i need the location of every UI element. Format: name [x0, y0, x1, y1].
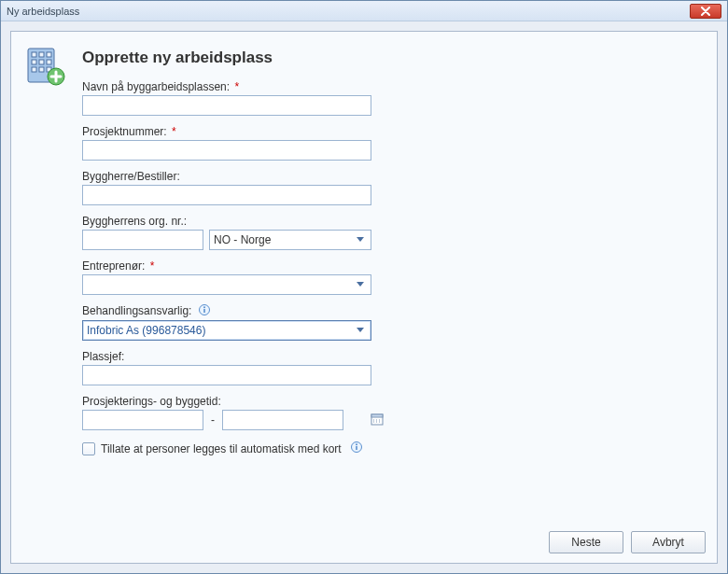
allow-auto-card-checkbox[interactable]: [82, 442, 95, 455]
label-client: Byggherre/Bestiller:: [82, 170, 399, 183]
period-from-date[interactable]: [82, 410, 203, 430]
chevron-down-icon: [354, 282, 367, 287]
chevron-down-icon: [354, 237, 367, 243]
allow-auto-card-label: Tillate at personer legges til automatis…: [101, 442, 342, 455]
next-button[interactable]: Neste: [549, 531, 623, 553]
chevron-down-icon: [354, 328, 367, 333]
site-manager-input[interactable]: [82, 365, 371, 385]
client-input[interactable]: [82, 185, 371, 205]
svg-point-12: [203, 307, 205, 309]
content-area: Opprette ny arbeidsplass Navn på byggarb…: [1, 21, 727, 573]
dialog-window: Ny arbeidsplass: [0, 0, 728, 574]
info-icon[interactable]: [351, 441, 362, 455]
label-data-controller: Behandlingsansvarlig:: [82, 304, 399, 318]
site-name-input[interactable]: [82, 95, 371, 116]
page-title: Opprette ny arbeidsplass: [82, 49, 399, 67]
required-marker: *: [150, 259, 155, 273]
period-to-date[interactable]: [222, 410, 343, 430]
svg-rect-4: [32, 60, 36, 64]
contractor-select[interactable]: [82, 274, 371, 295]
data-controller-select[interactable]: Infobric As (996878546): [82, 320, 371, 341]
label-site-name: Navn på byggarbeidsplassen: *: [82, 80, 399, 93]
label-project-number: Prosjektnummer: *: [82, 125, 399, 138]
label-period: Prosjekterings- og byggetid:: [82, 395, 399, 408]
required-marker: *: [172, 125, 176, 138]
client-country-value: NO - Norge: [214, 233, 271, 246]
period-separator: -: [209, 413, 217, 427]
svg-rect-2: [39, 52, 44, 57]
svg-point-20: [356, 444, 357, 446]
svg-rect-3: [47, 52, 51, 57]
label-site-manager: Plassjef:: [82, 350, 399, 363]
calendar-icon: [371, 413, 384, 428]
titlebar: Ny arbeidsplass: [1, 1, 727, 21]
label-contractor: Entreprenør: *: [82, 259, 399, 273]
svg-rect-13: [203, 309, 205, 313]
svg-rect-21: [356, 446, 357, 450]
dialog-footer: Neste Avbryt: [549, 531, 706, 553]
form-panel: Opprette ny arbeidsplass Navn på byggarb…: [10, 31, 718, 564]
project-number-input[interactable]: [82, 140, 371, 161]
cancel-button[interactable]: Avbryt: [631, 531, 706, 553]
svg-rect-7: [32, 67, 36, 72]
required-marker: *: [234, 80, 239, 93]
label-client-org: Byggherrens org. nr.:: [82, 215, 399, 228]
svg-rect-1: [32, 52, 36, 57]
svg-rect-18: [371, 414, 383, 417]
svg-rect-6: [47, 60, 51, 64]
client-orgno-input[interactable]: [82, 230, 203, 250]
window-title: Ny arbeidsplass: [7, 6, 79, 17]
close-button[interactable]: [690, 4, 721, 19]
close-icon: [701, 7, 710, 16]
svg-rect-8: [39, 67, 44, 72]
info-icon[interactable]: [199, 304, 210, 318]
period-to-input[interactable]: [227, 412, 371, 428]
data-controller-value: Infobric As (996878546): [87, 324, 205, 337]
building-add-icon: [22, 43, 67, 91]
svg-rect-5: [39, 60, 44, 64]
client-country-select[interactable]: NO - Norge: [209, 230, 371, 250]
